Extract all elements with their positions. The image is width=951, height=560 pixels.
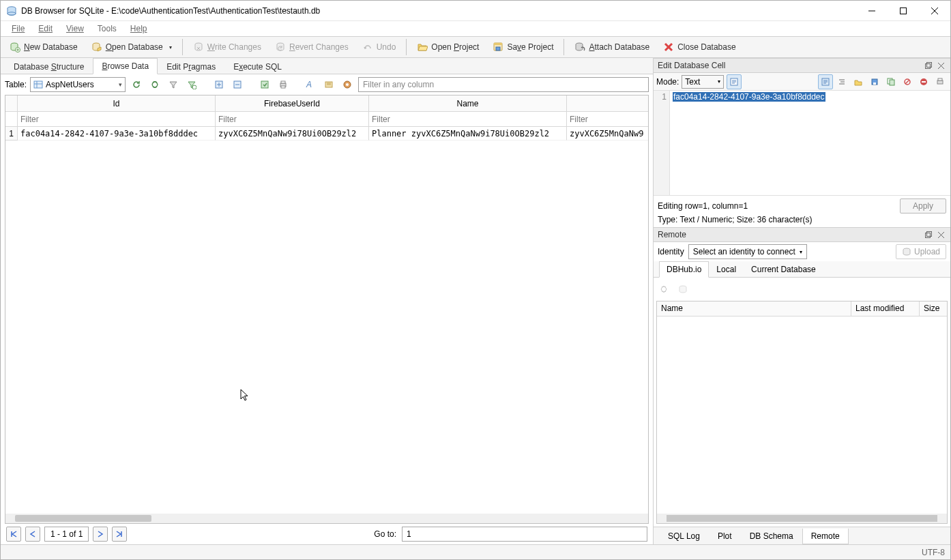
title-bar: DB Browser for SQLite - E:\code\Authenti… [1, 1, 950, 21]
remote-col-name[interactable]: Name [657, 301, 851, 316]
menu-edit[interactable]: Edit [33, 23, 58, 35]
open-project-button[interactable]: Open Project [411, 38, 485, 56]
refresh-button[interactable] [129, 77, 144, 92]
col-header-firebaseuserid[interactable]: FirebaseUserId [216, 95, 369, 112]
null-cell-icon[interactable] [900, 74, 915, 89]
table-label: Table: [5, 80, 27, 89]
upload-button[interactable]: Upload [896, 244, 946, 259]
maximize-button[interactable] [888, 1, 919, 21]
copy-cell-icon[interactable] [883, 74, 898, 89]
bottom-tab-remote[interactable]: Remote [802, 529, 849, 544]
bottom-tab-sqllog[interactable]: SQL Log [659, 529, 709, 544]
text-mode-icon[interactable] [818, 74, 833, 89]
filter-any-column[interactable]: Filter in any column [358, 77, 649, 92]
clear-cell-icon[interactable] [916, 74, 931, 89]
identity-select[interactable]: Select an identity to connect▾ [688, 244, 807, 259]
goto-label: Go to: [374, 529, 396, 539]
remote-col-modified[interactable]: Last modified [851, 301, 920, 316]
cell-content[interactable]: fac04a14-2842-4107-9a3e-3a10bf8dddec [673, 92, 825, 102]
next-page-button[interactable] [93, 527, 108, 542]
col-header-name[interactable]: Name [369, 95, 567, 112]
goto-record-button[interactable] [257, 77, 272, 92]
chevron-down-icon: ▾ [119, 81, 122, 88]
open-database-button[interactable]: Open Database▾ [85, 38, 178, 56]
goto-input[interactable] [402, 527, 647, 542]
svg-text:A: A [306, 80, 312, 89]
attach-database-button[interactable]: Attach Database [568, 38, 656, 56]
clear-filter-button[interactable] [166, 77, 181, 92]
insert-record-button[interactable] [211, 77, 226, 92]
svg-rect-30 [281, 81, 285, 83]
remote-tab-local[interactable]: Local [709, 261, 744, 278]
undock-remote-icon[interactable] [923, 229, 934, 240]
close-button[interactable] [919, 1, 950, 21]
row-number[interactable]: 1 [5, 127, 18, 141]
print-button[interactable] [276, 77, 291, 92]
tab-database-structure[interactable]: Database Structure [5, 59, 93, 74]
menu-help[interactable]: Help [125, 23, 153, 35]
first-page-button[interactable] [6, 527, 21, 542]
remote-col-size[interactable]: Size [920, 301, 947, 316]
save-project-icon [493, 42, 503, 53]
svg-point-22 [192, 85, 196, 89]
last-page-button[interactable] [112, 527, 127, 542]
menu-view[interactable]: View [61, 23, 89, 35]
remote-panel: Remote Identity Select an identity to co… [654, 227, 950, 527]
remote-refresh-button[interactable] [656, 282, 671, 297]
filter-id[interactable] [18, 112, 215, 126]
remote-clone-button[interactable] [675, 282, 690, 297]
cell-username[interactable]: zyvXC6Z5MnQaNw9 [567, 127, 649, 141]
font-button[interactable]: A [303, 77, 318, 92]
export-cell-icon[interactable] [867, 74, 882, 89]
undo-icon [362, 42, 373, 53]
write-changes-button[interactable]: Write Changes [187, 38, 267, 56]
filter-username[interactable] [567, 112, 649, 126]
tab-browse-data[interactable]: Browse Data [93, 58, 158, 74]
delete-record-button[interactable] [230, 77, 245, 92]
undo-button[interactable]: Undo [356, 38, 403, 56]
horizontal-scrollbar[interactable] [5, 514, 648, 523]
remote-hscroll[interactable] [657, 514, 947, 523]
encoding-button[interactable] [321, 77, 336, 92]
new-database-button[interactable]: New Database [3, 38, 84, 56]
menu-file[interactable]: File [6, 23, 30, 35]
data-table[interactable]: Id FirebaseUserId Name UserNa 1 fac04a14… [5, 95, 649, 524]
cell-firebaseuserid[interactable]: zyvXC6Z5MnQaNw9i78Ui0OB29zl2 [216, 127, 369, 141]
undock-icon[interactable] [923, 60, 934, 71]
auto-format-button[interactable] [727, 74, 742, 89]
svg-rect-55 [890, 80, 894, 85]
remote-tab-dbhub[interactable]: DBHub.io [659, 261, 709, 278]
close-panel-icon[interactable] [935, 60, 946, 71]
remote-tab-current[interactable]: Current Database [744, 261, 823, 278]
mode-select[interactable]: Text▾ [682, 75, 724, 89]
page-range: 1 - 1 of 1 [44, 527, 89, 542]
tab-edit-pragmas[interactable]: Edit Pragmas [158, 59, 224, 74]
cell-id[interactable]: fac04a14-2842-4107-9a3e-3a10bf8dddec [18, 127, 216, 141]
print-cell-icon[interactable] [933, 74, 948, 89]
import-cell-icon[interactable] [851, 74, 866, 89]
save-project-button[interactable]: Save Project [486, 38, 559, 56]
tab-execute-sql[interactable]: Execute SQL [224, 59, 291, 74]
cell-editor[interactable]: 1 fac04a14-2842-4107-9a3e-3a10bf8dddec [654, 91, 950, 195]
revert-changes-button[interactable]: Revert Changes [269, 38, 355, 56]
filter-firebaseuserid[interactable] [216, 112, 368, 126]
col-header-id[interactable]: Id [18, 95, 216, 112]
filter-name[interactable] [369, 112, 566, 126]
minimize-button[interactable] [856, 1, 888, 21]
apply-button[interactable]: Apply [900, 198, 946, 213]
prev-page-button[interactable] [25, 527, 40, 542]
close-remote-icon[interactable] [935, 229, 946, 240]
close-database-button[interactable]: Close Database [657, 38, 742, 56]
reload-button[interactable] [147, 77, 162, 92]
bottom-tab-schema[interactable]: DB Schema [741, 529, 802, 544]
col-header-username[interactable]: UserNa [567, 95, 649, 112]
table-select[interactable]: AspNetUsers ▾ [30, 77, 126, 92]
remote-table[interactable]: Name Last modified Size [656, 301, 948, 524]
bottom-tab-plot[interactable]: Plot [709, 529, 741, 544]
rtl-mode-icon[interactable] [834, 74, 849, 89]
new-db-icon [10, 42, 20, 53]
menu-tools[interactable]: Tools [92, 23, 122, 35]
settings-button[interactable] [340, 77, 355, 92]
cell-name[interactable]: Planner zyvXC6Z5MnQaNw9i78Ui0OB29zl2 [369, 127, 567, 141]
save-filter-button[interactable] [184, 77, 199, 92]
